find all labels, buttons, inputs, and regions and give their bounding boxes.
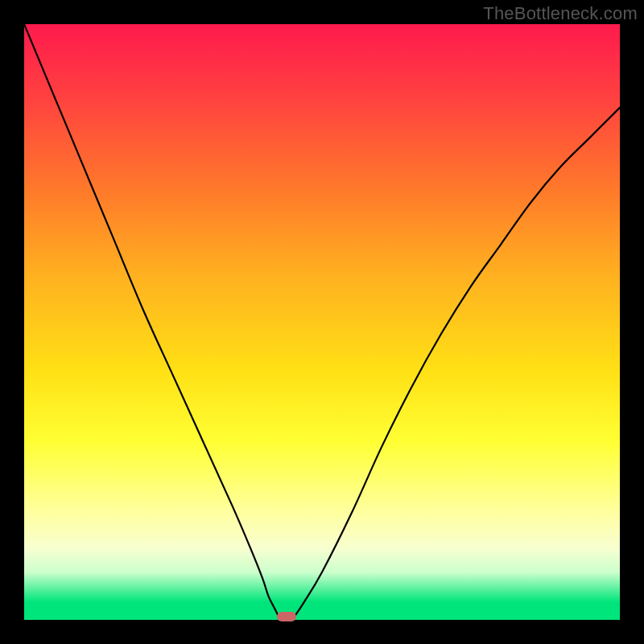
chart-frame: TheBottleneck.com xyxy=(0,0,644,644)
plot-area xyxy=(24,24,620,620)
bottleneck-curve xyxy=(24,24,620,620)
optimum-marker xyxy=(277,612,296,621)
watermark-text: TheBottleneck.com xyxy=(483,3,638,24)
